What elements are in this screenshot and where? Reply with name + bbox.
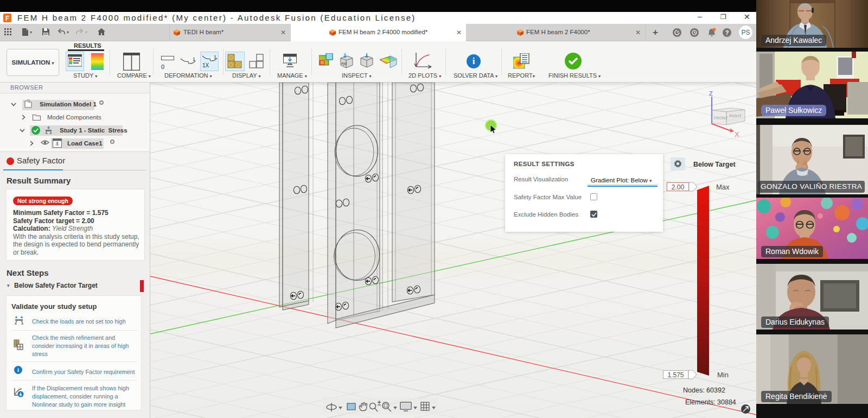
svg-text:1X: 1X [202, 62, 209, 68]
svg-text:xyz: xyz [341, 61, 347, 66]
svg-text:0: 0 [161, 64, 164, 70]
svg-text:1: 1 [214, 55, 216, 60]
svg-text:1: 1 [193, 56, 195, 62]
